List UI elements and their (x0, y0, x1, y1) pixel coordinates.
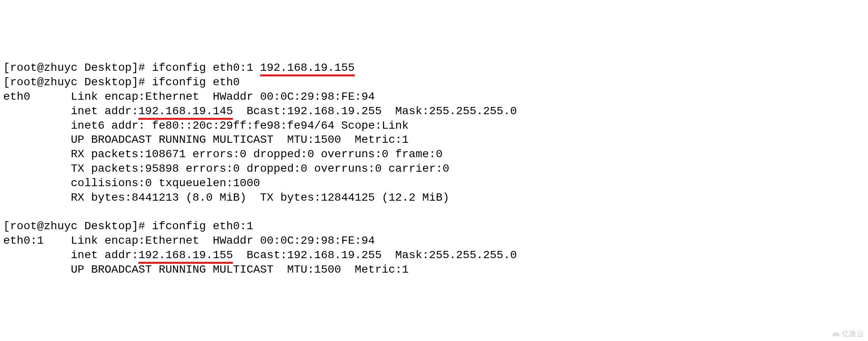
pad (3, 148, 71, 160)
pad (3, 162, 71, 175)
eth01-inet-ip-highlight: 192.168.19.155 (138, 249, 233, 264)
terminal-output: [root@zhuyc Desktop]# ifconfig eth0:1 19… (3, 61, 865, 277)
eth0-bytes: RX bytes:8441213 (8.0 MiB) TX bytes:1284… (71, 191, 449, 204)
prompt: [root@zhuyc Desktop]# (3, 62, 152, 74)
pad (3, 263, 71, 276)
eth01-flags: UP BROADCAST RUNNING MULTICAST MTU:1500 … (71, 263, 409, 276)
cmd1-ip-highlight: 192.168.19.155 (260, 62, 355, 76)
iface-name: eth0:1 (3, 234, 44, 247)
prompt: [root@zhuyc Desktop]# (3, 220, 152, 232)
pad (30, 90, 71, 103)
eth0-inet6: inet6 addr: fe80::20c:29ff:fe98:fe94/64 … (71, 119, 409, 132)
pad (3, 177, 71, 189)
pad (3, 191, 71, 204)
watermark-text: 亿速云 (842, 330, 864, 338)
pad (3, 105, 71, 117)
eth0-collisions: collisions:0 txqueuelen:1000 (71, 177, 260, 189)
cmd2: ifconfig eth0 (152, 76, 240, 88)
pad (3, 119, 71, 132)
iface-name: eth0 (3, 90, 30, 103)
eth01-inet-rest: Bcast:192.168.19.255 Mask:255.255.255.0 (233, 249, 517, 261)
eth0-inet-ip-highlight: 192.168.19.145 (138, 105, 233, 120)
eth01-link: Link encap:Ethernet HWaddr 00:0C:29:98:F… (71, 234, 375, 247)
eth0-tx-packets: TX packets:95898 errors:0 dropped:0 over… (71, 162, 449, 175)
eth01-inet-prefix: inet addr: (71, 249, 138, 261)
eth0-link: Link encap:Ethernet HWaddr 00:0C:29:98:F… (71, 90, 375, 103)
eth0-flags: UP BROADCAST RUNNING MULTICAST MTU:1500 … (71, 134, 409, 146)
pad (3, 249, 71, 261)
cmd3: ifconfig eth0:1 (152, 220, 253, 232)
prompt: [root@zhuyc Desktop]# (3, 76, 152, 88)
eth0-inet-rest: Bcast:192.168.19.255 Mask:255.255.255.0 (233, 105, 517, 117)
eth0-rx-packets: RX packets:108671 errors:0 dropped:0 ove… (71, 148, 442, 160)
watermark: 亿速云 (827, 320, 864, 339)
cloud-icon (832, 331, 841, 337)
eth0-inet-prefix: inet addr: (71, 105, 138, 117)
cmd1-prefix: ifconfig eth0:1 (152, 62, 260, 74)
pad (3, 134, 71, 146)
